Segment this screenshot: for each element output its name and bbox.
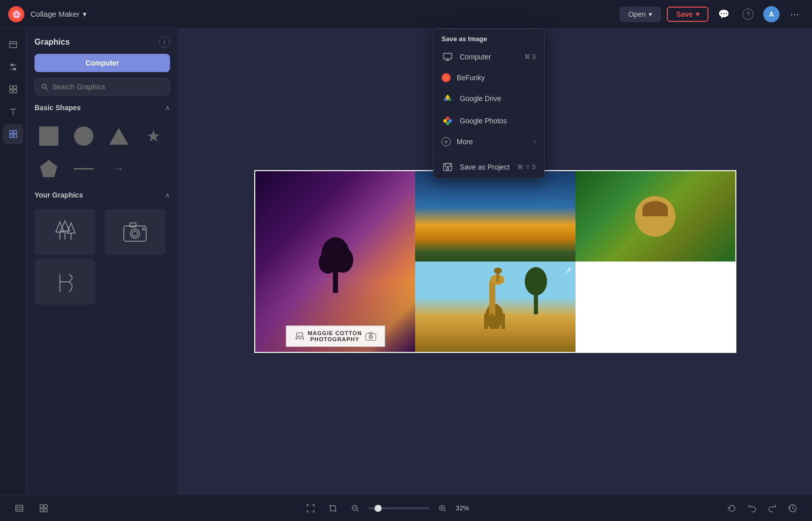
graphic-item-camera[interactable] <box>105 209 165 255</box>
shape-triangle[interactable] <box>105 122 133 150</box>
trees-graphic <box>50 217 80 247</box>
save-label: Save <box>676 10 693 18</box>
svg-rect-46 <box>484 314 488 329</box>
crop-button[interactable] <box>324 499 342 517</box>
photo-slot-sunflower[interactable] <box>576 171 735 262</box>
shape-line[interactable] <box>70 154 98 183</box>
left-panel: Graphics i Computer Search Graphics Basi… <box>26 28 179 495</box>
save-button[interactable]: Save ▾ <box>667 7 708 22</box>
svg-point-34 <box>333 247 353 273</box>
grid-layout-button[interactable] <box>35 499 53 517</box>
photo-slot-purple[interactable]: MAGGIE COTTON PHOTOGRAPHY <box>255 171 415 352</box>
rail-adjust-icon[interactable] <box>3 57 23 77</box>
icon-rail <box>0 28 26 495</box>
zoom-out-button[interactable] <box>346 499 364 517</box>
history-icon <box>788 504 797 513</box>
your-graphics-toggle[interactable]: ∧ <box>165 191 170 199</box>
app-name-btn[interactable]: Collage Maker ▾ <box>30 10 87 19</box>
svg-rect-66 <box>16 505 23 511</box>
chat-icon: 💬 <box>718 9 729 20</box>
more-options-button[interactable]: ⋯ <box>786 5 804 23</box>
photo-slot-giraffe[interactable]: ↗ <box>415 262 575 352</box>
svg-rect-71 <box>40 509 43 512</box>
info-button[interactable]: i <box>159 37 170 48</box>
svg-line-77 <box>444 509 446 511</box>
shape-pentagon[interactable] <box>35 154 63 183</box>
right-toolbar-btns <box>723 499 802 517</box>
shape-circle[interactable] <box>70 122 98 150</box>
open-button[interactable]: Open ▾ <box>620 7 661 22</box>
logo-graphic <box>50 267 80 297</box>
search-bar[interactable]: Search Graphics <box>35 78 170 95</box>
rail-graphics-icon[interactable] <box>3 124 23 144</box>
svg-rect-12 <box>10 131 13 134</box>
photo-slot-mountain[interactable] <box>415 171 575 262</box>
dropdown-item-computer[interactable]: Computer ⌘ S <box>433 46 544 68</box>
help-button[interactable]: ? <box>739 5 757 23</box>
zoom-in-icon <box>438 504 447 512</box>
rail-text-icon[interactable] <box>3 102 23 122</box>
panel-header: Graphics i <box>35 37 170 48</box>
zoom-slider[interactable] <box>368 507 429 509</box>
giraffe-silhouette <box>479 266 520 332</box>
undo-button[interactable] <box>743 499 761 517</box>
svg-point-61 <box>444 119 447 123</box>
camera-graphic <box>120 217 150 247</box>
svg-rect-14 <box>10 135 13 138</box>
svg-point-25 <box>130 229 140 238</box>
shape-star[interactable]: ★ <box>139 122 167 150</box>
dropdown-item-google-photos[interactable]: Google Photos <box>433 110 544 132</box>
basic-shapes-toggle[interactable]: ∧ <box>165 104 170 112</box>
dropdown-divider <box>433 153 544 154</box>
zoom-controls: 32% <box>301 499 474 517</box>
svg-point-50 <box>525 267 547 296</box>
dropdown-section-label: Save as Image <box>433 29 544 46</box>
dropdown-item-befunky[interactable]: BeFunky <box>433 68 544 87</box>
app-name-chevron-icon: ▾ <box>83 10 87 19</box>
undo-icon <box>748 504 757 513</box>
zoom-in-button[interactable] <box>433 499 452 517</box>
svg-rect-40 <box>369 333 373 335</box>
rail-grid-icon[interactable] <box>3 79 23 100</box>
svg-rect-9 <box>14 90 17 93</box>
redo-button[interactable] <box>763 499 782 517</box>
chat-button[interactable]: 💬 <box>715 5 733 23</box>
dropdown-item-save-project[interactable]: Save as Project ⌘ ⇧ S <box>433 156 544 178</box>
svg-rect-51 <box>534 294 538 314</box>
bottom-toolbar: 32% <box>0 495 812 521</box>
basic-shapes-title: Basic Shapes <box>35 104 81 112</box>
avatar[interactable]: A <box>763 6 780 22</box>
app-logo: 🌸 <box>8 6 24 22</box>
save-dropdown-menu: Save as Image Computer ⌘ S BeFunky Googl… <box>433 28 545 179</box>
fit-screen-button[interactable] <box>301 499 320 517</box>
your-graphics-title: Your Graphics <box>35 191 83 199</box>
shape-square[interactable] <box>35 122 63 150</box>
svg-marker-18 <box>56 222 64 232</box>
grid-icon <box>39 503 49 513</box>
watermark: MAGGIE COTTON PHOTOGRAPHY <box>286 325 385 347</box>
graphic-item-trees[interactable] <box>35 209 95 255</box>
graphics-grid <box>35 209 170 305</box>
svg-line-74 <box>357 509 359 511</box>
app-name-label: Collage Maker <box>30 10 80 18</box>
svg-rect-6 <box>10 86 13 89</box>
dropdown-item-more[interactable]: + More › <box>433 132 544 151</box>
layers-button[interactable] <box>10 499 28 517</box>
svg-point-28 <box>143 228 145 230</box>
rail-layers-icon[interactable] <box>3 35 23 55</box>
history-button[interactable] <box>784 499 802 517</box>
svg-point-26 <box>132 231 138 236</box>
computer-button[interactable]: Computer <box>35 54 170 72</box>
svg-rect-7 <box>14 86 17 89</box>
main-layout: Graphics i Computer Search Graphics Basi… <box>0 28 812 495</box>
redo-alt-button[interactable] <box>723 499 741 517</box>
dropdown-item-google-drive[interactable]: Google Drive <box>433 87 544 110</box>
resize-handle[interactable]: ↗ <box>565 266 571 275</box>
refresh-icon <box>727 504 736 513</box>
shape-arrow[interactable]: → <box>105 154 133 183</box>
zoom-out-icon <box>351 504 359 512</box>
svg-rect-8 <box>10 90 13 93</box>
redo-icon <box>768 504 777 513</box>
svg-point-60 <box>446 122 450 125</box>
graphic-item-logo[interactable] <box>35 259 95 305</box>
